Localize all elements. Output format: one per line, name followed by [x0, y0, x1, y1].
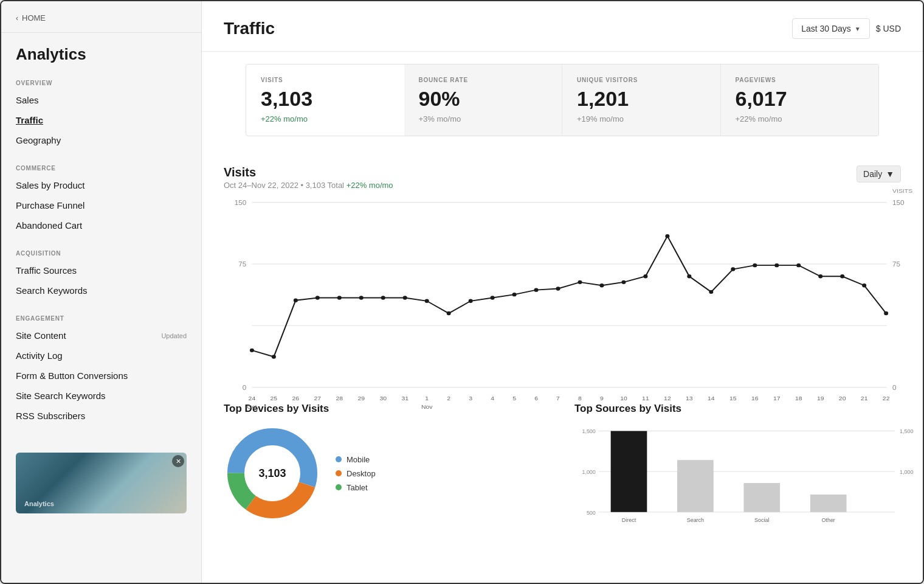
sidebar-item-search-keywords[interactable]: Search Keywords	[1, 280, 201, 301]
sidebar-section-acquisition: ACQUISITION Traffic Sources Search Keywo…	[1, 240, 201, 305]
donut-center-value: 3,103	[258, 467, 286, 480]
sidebar-item-label: Activity Log	[16, 350, 63, 361]
donut-chart-section: Top Devices by Visits	[224, 403, 550, 549]
svg-point-19	[425, 299, 429, 303]
svg-text:22: 22	[883, 395, 890, 401]
svg-text:25: 25	[271, 395, 278, 401]
bar-chart-svg: 1,500 1,000 500 1,500 1,000	[574, 425, 901, 546]
sidebar-item-label: Site Content	[16, 330, 66, 341]
svg-point-15	[337, 296, 342, 299]
svg-point-35	[774, 263, 779, 267]
svg-text:12: 12	[664, 395, 671, 401]
sidebar-item-purchase-funnel[interactable]: Purchase Funnel	[1, 195, 201, 215]
svg-point-38	[840, 274, 844, 278]
sidebar-item-abandoned-cart[interactable]: Abandoned Cart	[1, 215, 201, 235]
chart-title-group: Visits Oct 24–Nov 22, 2022 • 3,103 Total…	[224, 165, 393, 190]
sidebar-item-sales-by-product[interactable]: Sales by Product	[1, 175, 201, 195]
stat-bounce-value: 90%	[419, 87, 548, 111]
svg-text:13: 13	[686, 395, 693, 401]
chevron-down-icon: ▼	[855, 26, 861, 32]
legend-mobile: Mobile	[336, 455, 376, 464]
bar-other	[810, 495, 847, 512]
svg-point-29	[643, 274, 647, 278]
svg-text:17: 17	[773, 395, 781, 401]
main-content: Traffic Last 30 Days ▼ $ USD VISITS 3,10…	[202, 1, 923, 583]
chart-highlight: +22% mo/mo	[346, 181, 393, 190]
svg-point-32	[709, 290, 713, 294]
svg-text:29: 29	[357, 395, 365, 401]
sidebar-item-form-button-conversions[interactable]: Form & Button Conversions	[1, 366, 201, 386]
legend-desktop: Desktop	[336, 469, 376, 478]
svg-text:7: 7	[556, 395, 560, 401]
home-label: HOME	[22, 13, 46, 23]
stat-pageviews-change: +22% mo/mo	[736, 114, 864, 123]
svg-text:24: 24	[249, 395, 256, 401]
sidebar-section-overview: OVERVIEW Sales Traffic Geography	[1, 70, 201, 155]
svg-text:Other: Other	[821, 517, 835, 523]
donut-chart-title: Top Devices by Visits	[224, 403, 550, 415]
header-controls: Last 30 Days ▼ $ USD	[792, 18, 901, 39]
updated-badge: Updated	[161, 332, 187, 339]
svg-text:10: 10	[620, 395, 627, 401]
stat-pageviews-label: PAGEVIEWS	[736, 77, 864, 83]
app-frame: ‹ HOME Analytics OVERVIEW Sales Traffic …	[0, 0, 924, 584]
desktop-dot	[336, 470, 342, 476]
stat-visits-change: +22% mo/mo	[261, 114, 390, 123]
home-nav[interactable]: ‹ HOME	[1, 1, 201, 33]
svg-point-20	[447, 311, 451, 315]
chevron-left-icon: ‹	[16, 14, 18, 23]
stat-bounce-change: +3% mo/mo	[419, 114, 548, 123]
close-promo-button[interactable]: ✕	[172, 455, 184, 467]
svg-text:4: 4	[491, 395, 494, 401]
sidebar-promo-image: Analytics ✕	[1, 443, 201, 513]
svg-point-30	[665, 234, 669, 238]
sidebar-item-traffic-sources[interactable]: Traffic Sources	[1, 260, 201, 280]
svg-text:6: 6	[534, 395, 538, 401]
bar-social	[743, 483, 780, 512]
svg-point-22	[491, 296, 495, 299]
svg-point-25	[556, 287, 560, 290]
date-range-button[interactable]: Last 30 Days ▼	[792, 18, 870, 39]
sidebar-item-site-content[interactable]: Site Content Updated	[1, 325, 201, 346]
sidebar-title: Analytics	[1, 33, 201, 70]
svg-point-40	[884, 311, 888, 315]
stat-bounce-label: BOUNCE RATE	[419, 77, 548, 83]
svg-point-24	[534, 288, 539, 291]
sidebar-item-geography[interactable]: Geography	[1, 130, 201, 150]
stat-visits-label: VISITS	[261, 77, 390, 83]
sidebar-item-sales[interactable]: Sales	[1, 90, 201, 110]
line-chart-section: Visits Oct 24–Nov 22, 2022 • 3,103 Total…	[202, 148, 923, 403]
sidebar-item-site-search-keywords[interactable]: Site Search Keywords	[1, 386, 201, 406]
svg-text:31: 31	[401, 395, 409, 401]
svg-point-36	[796, 263, 801, 267]
sidebar-item-traffic[interactable]: Traffic	[1, 110, 201, 130]
svg-text:75: 75	[892, 261, 900, 268]
desktop-label: Desktop	[346, 469, 376, 478]
svg-text:500: 500	[587, 510, 596, 516]
svg-text:150: 150	[892, 199, 904, 206]
svg-text:11: 11	[642, 395, 649, 401]
stat-unique-value: 1,201	[577, 87, 706, 111]
svg-point-13	[294, 299, 298, 302]
svg-text:0: 0	[892, 384, 896, 391]
stat-visits: VISITS 3,103 +22% mo/mo	[246, 64, 404, 136]
main-header: Traffic Last 30 Days ▼ $ USD	[202, 1, 923, 52]
chart-interval-button[interactable]: Daily ▼	[857, 165, 901, 182]
sidebar-section-commerce: COMMERCE Sales by Product Purchase Funne…	[1, 155, 201, 240]
svg-text:16: 16	[751, 395, 759, 401]
svg-text:5: 5	[512, 395, 516, 401]
bottom-charts: Top Devices by Visits	[202, 403, 923, 566]
sidebar-item-label: Purchase Funnel	[16, 200, 84, 210]
chart-interval-label: Daily	[863, 169, 882, 179]
sidebar-item-activity-log[interactable]: Activity Log	[1, 346, 201, 366]
stat-visits-value: 3,103	[261, 87, 390, 111]
tablet-label: Tablet	[346, 483, 368, 492]
svg-text:18: 18	[795, 395, 802, 401]
svg-point-39	[862, 283, 866, 287]
sidebar-item-rss-subscribers[interactable]: RSS Subscribers	[1, 406, 201, 426]
section-label-overview: OVERVIEW	[1, 70, 201, 90]
section-label-acquisition: ACQUISITION	[1, 240, 201, 260]
stat-pageviews-value: 6,017	[736, 87, 864, 111]
svg-point-31	[687, 274, 691, 278]
mobile-dot	[336, 456, 342, 462]
